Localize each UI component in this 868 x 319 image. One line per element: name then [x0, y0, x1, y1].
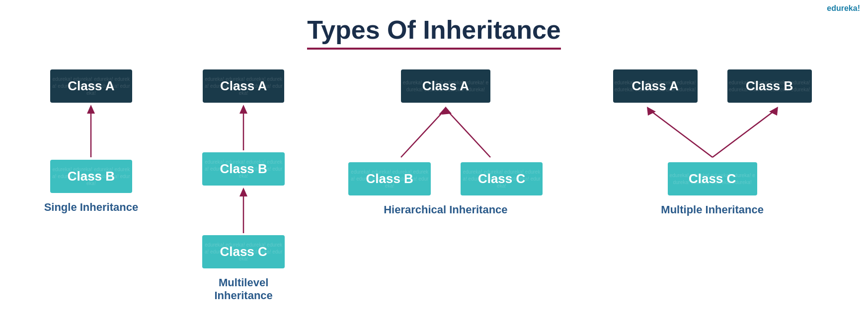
multiple-class-b-label: Class B [746, 78, 793, 93]
multiple-class-a-box: Class A [613, 69, 698, 103]
hierarchical-class-c-label: Class C [478, 171, 525, 186]
hierarchical-inheritance-label: Hierarchical Inheritance [384, 203, 507, 216]
svg-marker-5 [239, 188, 247, 196]
single-arrow [76, 103, 106, 160]
single-class-b-box: Class B [50, 160, 132, 193]
multiple-class-a-label: Class A [631, 78, 678, 93]
multiple-inner: Class A Class B Class C [598, 69, 827, 195]
multiple-arrows [598, 103, 827, 162]
multilevel-arrow-1 [229, 103, 258, 152]
hierarchical-class-a-label: Class A [422, 78, 469, 93]
svg-line-8 [448, 112, 490, 157]
multilevel-inheritance-label: Multilevel Inheritance [189, 276, 298, 302]
svg-line-12 [712, 111, 775, 157]
multilevel-class-c-box: Class C [202, 235, 284, 268]
single-class-a-box: Class A [50, 69, 132, 103]
svg-marker-3 [239, 105, 247, 114]
multilevel-class-c-label: Class C [220, 244, 267, 259]
diagrams-row: Class A Class B Single Inheritance Class… [0, 69, 868, 302]
single-class-a-label: Class A [68, 78, 114, 93]
single-class-b-label: Class B [68, 169, 115, 184]
single-inheritance-diagram: Class A Class B Single Inheritance [36, 69, 146, 214]
multilevel-class-a-label: Class A [220, 78, 267, 93]
multilevel-arrow-2 [229, 186, 258, 235]
multiple-class-c-box: Class C [668, 162, 757, 195]
multiple-top: Class A Class B [613, 69, 812, 103]
multilevel-class-b-label: Class B [220, 161, 267, 176]
single-inheritance-label: Single Inheritance [44, 201, 139, 214]
multilevel-inheritance-diagram: Class A Class B Class C Multilevel Inher… [189, 69, 298, 302]
multiple-inheritance-diagram: Class A Class B Class C Multip [593, 69, 832, 216]
multiple-class-c-label: Class C [689, 171, 736, 186]
svg-line-6 [401, 112, 443, 157]
page-title-container: Types Of Inheritance [0, 0, 868, 50]
multilevel-class-b-box: Class B [202, 152, 284, 186]
hierarchical-arrows [356, 103, 535, 162]
hierarchical-class-a-box: Class A [401, 69, 490, 103]
multiple-bottom: Class C [668, 162, 757, 195]
hierarchical-bottom: Class B Class C [348, 162, 543, 195]
hierarchical-inheritance-diagram: Class A Class B Class C Hierarchical In [341, 69, 550, 216]
svg-line-10 [650, 111, 712, 157]
edureka-watermark: edureka! [827, 4, 860, 13]
multiple-inheritance-label: Multiple Inheritance [661, 203, 764, 216]
hierarchical-class-c-box: Class C [461, 162, 543, 195]
hierarchical-class-b-label: Class B [366, 171, 413, 186]
multiple-class-b-box: Class B [727, 69, 812, 103]
multilevel-class-a-box: Class A [203, 69, 284, 103]
hierarchical-inner: Class A Class B Class C [348, 69, 543, 195]
hierarchical-class-b-box: Class B [348, 162, 430, 195]
svg-marker-1 [87, 105, 95, 114]
page-title: Types Of Inheritance [307, 15, 561, 50]
